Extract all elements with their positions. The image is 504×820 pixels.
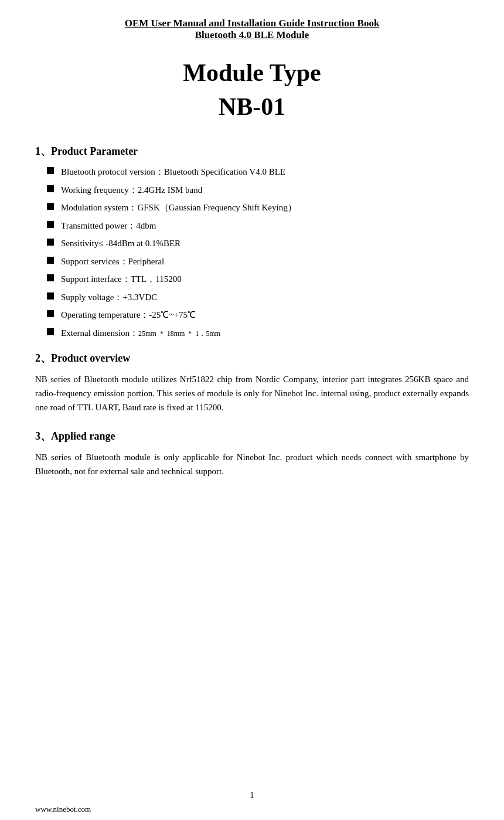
bullet-item-3: Modulation system：GFSK（Gaussian Frequenc… xyxy=(47,201,469,215)
bullet-icon-3 xyxy=(47,203,54,210)
bullet-icon-6 xyxy=(47,257,54,264)
bullet-text-2: Working frequency：2.4GHz ISM band xyxy=(61,183,202,197)
page-header: OEM User Manual and Installation Guide I… xyxy=(35,18,469,41)
bullet-icon-10 xyxy=(47,328,54,335)
bullet-item-9: Operating temperature：-25℃~+75℃ xyxy=(47,308,469,322)
bullet-item-10: External dimension：25mm ＊ 18mm ＊ 1．5mm xyxy=(47,326,469,340)
module-type-label: Module Type xyxy=(35,59,469,87)
dimension-text: 25mm ＊ 18mm ＊ 1．5mm xyxy=(138,329,220,338)
section3-title: 3、Applied range xyxy=(35,429,469,443)
bullet-item-2: Working frequency：2.4GHz ISM band xyxy=(47,183,469,197)
bullet-item-7: Support interface：TTL，115200 xyxy=(47,273,469,286)
section2-title: 2、Product overview xyxy=(35,351,469,365)
bullet-icon-2 xyxy=(47,185,54,192)
module-id: NB-01 xyxy=(35,93,469,121)
bullet-text-9: Operating temperature：-25℃~+75℃ xyxy=(61,308,196,322)
section1-title: 1、Product Parameter xyxy=(35,144,469,158)
bullet-icon-1 xyxy=(47,167,54,174)
bullet-text-10: External dimension：25mm ＊ 18mm ＊ 1．5mm xyxy=(61,326,220,340)
page-number: 1 xyxy=(0,791,504,800)
footer-url: www.ninebot.com xyxy=(35,805,91,814)
bullet-item-4: Transmitted power：4dbm xyxy=(47,219,469,233)
bullet-icon-5 xyxy=(47,239,54,246)
bullet-text-8: Supply voltage：+3.3VDC xyxy=(61,291,157,304)
bullet-icon-7 xyxy=(47,274,54,281)
bullet-text-3: Modulation system：GFSK（Gaussian Frequenc… xyxy=(61,201,297,215)
bullet-text-1: Bluetooth protocol version：Bluetooth Spe… xyxy=(61,165,285,179)
header-line2: Bluetooth 4.0 BLE Module xyxy=(35,29,469,41)
bullet-item-8: Supply voltage：+3.3VDC xyxy=(47,291,469,304)
section2-body: NB series of Bluetooth module utilizes N… xyxy=(35,372,469,414)
section3-body: NB series of Bluetooth module is only ap… xyxy=(35,450,469,478)
bullet-icon-9 xyxy=(47,310,54,317)
bullet-text-5: Sensitivity≤ -84dBm at 0.1%BER xyxy=(61,237,181,250)
bullet-text-6: Support services：Peripheral xyxy=(61,255,164,268)
bullet-icon-8 xyxy=(47,292,54,300)
bullet-text-4: Transmitted power：4dbm xyxy=(61,219,156,233)
section1-bullet-list: Bluetooth protocol version：Bluetooth Spe… xyxy=(47,165,469,339)
bullet-item-6: Support services：Peripheral xyxy=(47,255,469,268)
bullet-item-1: Bluetooth protocol version：Bluetooth Spe… xyxy=(47,165,469,179)
bullet-icon-4 xyxy=(47,221,54,228)
page-footer: 1 xyxy=(0,791,504,802)
header-line1: OEM User Manual and Installation Guide I… xyxy=(35,18,469,29)
bullet-item-5: Sensitivity≤ -84dBm at 0.1%BER xyxy=(47,237,469,250)
bullet-text-7: Support interface：TTL，115200 xyxy=(61,273,182,286)
